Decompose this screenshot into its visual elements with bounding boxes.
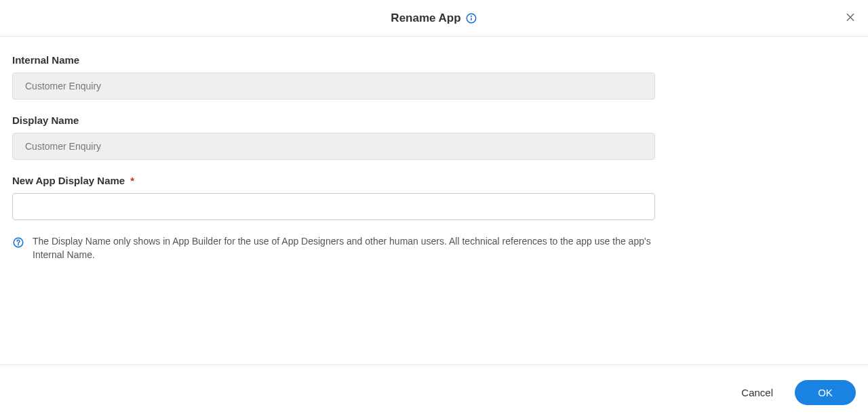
ok-button[interactable]: OK	[795, 380, 856, 405]
new-display-name-label: New App Display Name *	[12, 175, 655, 186]
info-icon[interactable]	[465, 12, 477, 24]
display-name-group: Display Name	[12, 114, 655, 160]
internal-name-label: Internal Name	[12, 54, 655, 66]
dialog-footer: Cancel OK	[0, 364, 868, 420]
new-display-name-field[interactable]	[12, 193, 655, 220]
new-display-name-group: New App Display Name *	[12, 175, 655, 220]
svg-point-6	[18, 245, 19, 245]
dialog-body: Internal Name Display Name New App Displ…	[0, 37, 868, 364]
close-icon	[845, 12, 856, 24]
cancel-button[interactable]: Cancel	[738, 383, 776, 402]
close-button[interactable]	[842, 9, 859, 27]
new-display-name-label-text: New App Display Name	[12, 175, 125, 186]
svg-point-2	[471, 16, 471, 16]
required-indicator: *	[130, 175, 134, 186]
dialog-header: Rename App	[0, 0, 868, 37]
dialog-title-wrap: Rename App	[391, 12, 477, 25]
help-text: The Display Name only shows in App Build…	[33, 235, 663, 261]
display-name-field	[12, 133, 655, 160]
help-icon	[12, 236, 24, 249]
display-name-label: Display Name	[12, 114, 655, 126]
rename-app-dialog: Rename App Internal Name	[0, 0, 868, 420]
internal-name-group: Internal Name	[12, 54, 655, 100]
help-row: The Display Name only shows in App Build…	[12, 235, 663, 261]
dialog-title: Rename App	[391, 12, 460, 25]
internal-name-field	[12, 72, 655, 100]
